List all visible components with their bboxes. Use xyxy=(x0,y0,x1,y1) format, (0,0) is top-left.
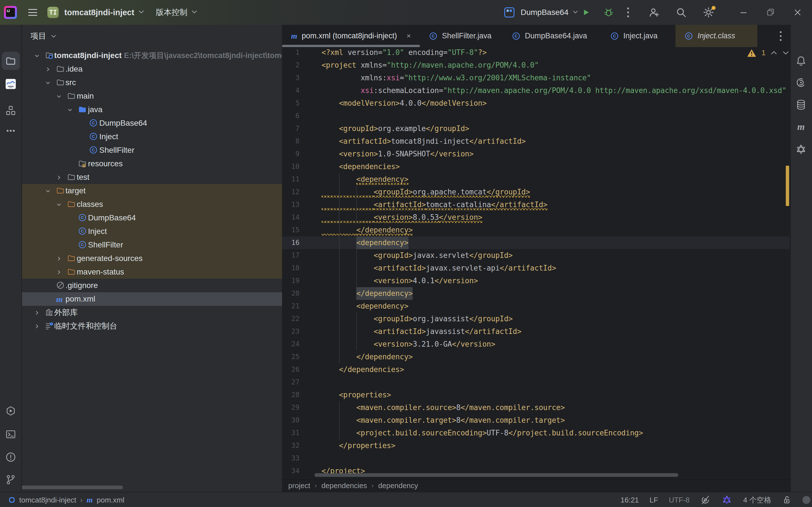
editor-horizontal-scrollbar[interactable] xyxy=(314,473,678,477)
tree-item-generated-sources[interactable]: generated-sources xyxy=(22,252,282,265)
chevron-expanded-icon[interactable] xyxy=(55,201,63,209)
project-badge[interactable]: TI xyxy=(47,7,59,18)
breadcrumb-project[interactable]: project xyxy=(288,482,310,490)
chevron-collapsed-icon[interactable] xyxy=(33,309,41,318)
tree-item-label: classes xyxy=(77,198,103,211)
chevron-expanded-icon[interactable] xyxy=(66,106,73,115)
restore-button[interactable] xyxy=(766,8,775,17)
stripe-button-more[interactable] xyxy=(2,122,20,140)
editor-tab-Inject.java[interactable]: CInject.java xyxy=(601,25,675,47)
run-config-selector[interactable]: DumpBase64 xyxy=(521,8,569,17)
tree-item-DumpBase64[interactable]: CDumpBase64 xyxy=(22,211,282,225)
navbar-file[interactable]: pom.xml xyxy=(97,496,124,504)
debug-button[interactable] xyxy=(604,7,614,17)
tree-item-ShellFilter[interactable]: CShellFilter xyxy=(22,144,282,157)
stripe-button-git-branch[interactable] xyxy=(2,471,20,489)
tree-item-临时文件和控制台[interactable]: 临时文件和控制台 xyxy=(22,319,282,333)
tree-item-.gitignore[interactable]: .gitignore xyxy=(22,279,282,292)
tree-horizontal-scrollbar[interactable] xyxy=(22,486,123,489)
tree-item-ShellFilter[interactable]: CShellFilter xyxy=(22,238,282,252)
code-with-me-icon[interactable] xyxy=(648,7,660,18)
stripe-button-structure[interactable] xyxy=(2,102,20,119)
inspections-widget[interactable]: 1 xyxy=(747,49,789,57)
chevron-collapsed-icon[interactable] xyxy=(55,255,63,264)
tree-item-pom.xml[interactable]: mpom.xml xyxy=(22,292,282,306)
tree-item-label: target xyxy=(65,184,86,198)
chevron-expanded-icon[interactable] xyxy=(44,79,52,88)
ai-plugin-icon[interactable] xyxy=(721,494,732,506)
breadcrumb-dependency[interactable]: dependency xyxy=(378,482,418,490)
tree-item-test[interactable]: test xyxy=(22,170,282,184)
settings-gear-icon[interactable] xyxy=(703,6,714,18)
chevron-collapsed-icon[interactable] xyxy=(44,66,52,74)
stripe-button-project-folder[interactable] xyxy=(2,52,20,70)
tree-item-label: Inject xyxy=(88,225,107,238)
indent-widget[interactable]: 4 个空格 xyxy=(743,495,771,505)
editor-tab-Inject.class[interactable]: CInject.class xyxy=(675,25,757,47)
memory-indicator[interactable] xyxy=(802,496,810,504)
stripe-button-bell[interactable] xyxy=(792,52,810,70)
scrollbar-warning-stripe[interactable] xyxy=(786,166,789,206)
tab-label: Inject.class xyxy=(698,32,735,40)
tree-item-Inject[interactable]: CInject xyxy=(22,225,282,238)
close-tab-icon[interactable]: × xyxy=(406,32,411,40)
chevron-collapsed-icon[interactable] xyxy=(55,269,63,277)
tool-window-title[interactable]: 项目 xyxy=(31,31,46,42)
stripe-button-problems[interactable] xyxy=(2,448,20,466)
minimize-button[interactable] xyxy=(739,8,748,17)
line-number: 19 xyxy=(282,275,300,287)
editor-tab-pom.xml (tomcat8jndi-inject)[interactable]: mpom.xml (tomcat8jndi-inject)× xyxy=(282,25,420,47)
prev-problem-icon[interactable] xyxy=(770,51,777,55)
tree-item-tomcat8jndi-inject[interactable]: tomcat8jndi-inject E:\开发项目\javasec2\tomc… xyxy=(22,49,282,62)
encoding-widget[interactable]: UTF-8 xyxy=(669,496,690,504)
search-icon[interactable] xyxy=(675,7,687,18)
next-problem-icon[interactable] xyxy=(782,51,789,55)
run-button[interactable] xyxy=(581,8,591,17)
caret-position-widget[interactable]: 16:21 xyxy=(620,496,639,504)
tree-item-classes[interactable]: classes xyxy=(22,198,282,211)
unlock-icon[interactable] xyxy=(782,495,792,505)
navbar-project[interactable]: tomcat8jndi-inject xyxy=(19,496,76,504)
class-icon: C xyxy=(78,240,87,250)
chevron-collapsed-icon[interactable] xyxy=(33,323,41,331)
tree-item-外部库[interactable]: 外部库 xyxy=(22,306,282,319)
stripe-button-database[interactable] xyxy=(792,96,810,114)
vcs-widget[interactable]: 版本控制 xyxy=(156,7,187,18)
tree-item-src[interactable]: src xyxy=(22,76,282,89)
tree-item-resources[interactable]: resources xyxy=(22,157,282,170)
tree-item-target[interactable]: target xyxy=(22,184,282,198)
run-config-icon[interactable] xyxy=(504,7,514,17)
tree-item-maven-status[interactable]: maven-status xyxy=(22,265,282,279)
stripe-button-plugin-image[interactable] xyxy=(2,75,20,93)
tab-label: pom.xml (tomcat8jndi-inject) xyxy=(302,32,397,40)
code-line-16: <dependency> xyxy=(321,236,408,249)
more-actions-icon[interactable] xyxy=(627,7,629,18)
editor-tab-ShellFilter.java[interactable]: CShellFilter.java xyxy=(420,25,503,47)
breadcrumb-dependencies[interactable]: dependencies xyxy=(321,482,367,490)
stripe-button-services[interactable] xyxy=(2,402,20,420)
code-line-8: <artifactId>tomcat8jndi-inject</artifact… xyxy=(321,135,526,148)
chevron-expanded-icon[interactable] xyxy=(55,93,63,101)
more-tabs-icon[interactable] xyxy=(775,30,786,42)
chevron-down-icon[interactable] xyxy=(51,35,56,38)
highlighting-off-icon[interactable] xyxy=(700,495,710,505)
line-number: 10 xyxy=(282,160,300,173)
close-button[interactable] xyxy=(793,8,802,17)
tree-item-DumpBase64[interactable]: CDumpBase64 xyxy=(22,116,282,130)
project-widget[interactable]: tomcat8jndi-inject xyxy=(64,8,134,17)
line-separator-widget[interactable]: LF xyxy=(650,496,658,504)
stripe-button-terminal[interactable] xyxy=(2,425,20,443)
tree-item-java[interactable]: java xyxy=(22,103,282,116)
editor-tab-DumpBase64.java[interactable]: CDumpBase64.java xyxy=(503,25,601,47)
stripe-button-ai-swirl[interactable] xyxy=(792,73,810,92)
tree-item-.idea[interactable]: .idea xyxy=(22,62,282,76)
chevron-expanded-icon[interactable] xyxy=(44,187,52,196)
tree-item-main[interactable]: main xyxy=(22,89,282,103)
chevron-expanded-icon[interactable] xyxy=(33,52,41,61)
stripe-button-plugin-knot[interactable] xyxy=(792,140,810,158)
chevron-collapsed-icon[interactable] xyxy=(55,174,63,182)
tree-item-Inject[interactable]: CInject xyxy=(22,130,282,144)
stripe-divider xyxy=(4,69,17,69)
stripe-button-maven-stripe[interactable]: m xyxy=(792,118,810,136)
main-menu-icon[interactable] xyxy=(28,9,37,16)
